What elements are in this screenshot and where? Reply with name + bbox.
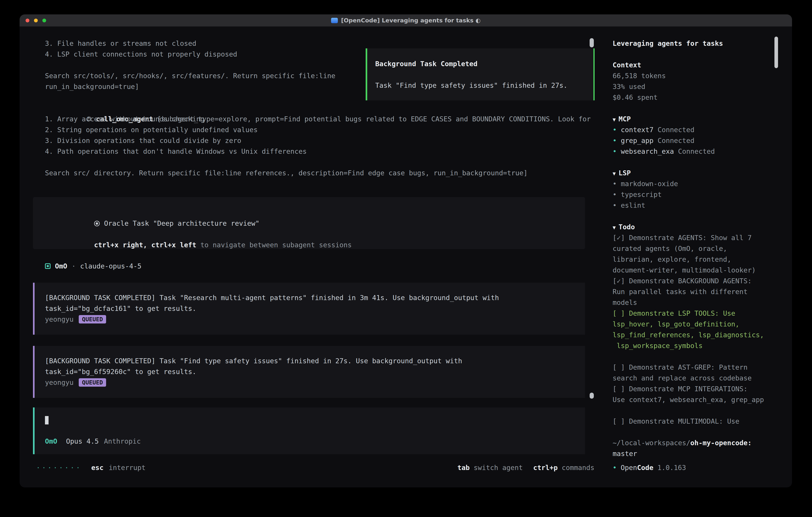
app-name: OpenCode: [620, 464, 654, 472]
output-line: 3. File handles or streams not closed: [45, 38, 605, 49]
bullet-icon: •: [613, 464, 617, 472]
sidebar-scrollbar-thumb[interactable]: [775, 36, 778, 68]
main-scrollbar-thumb[interactable]: [590, 38, 594, 47]
bullet-icon: •: [613, 201, 617, 209]
active-model: Opus 4.5: [66, 437, 99, 445]
traffic-lights: [26, 19, 46, 22]
tab-key: tab: [457, 464, 469, 472]
todo-item-pending: [ ] Demonstrate MULTIMODAL: Use: [613, 416, 768, 427]
input-line[interactable]: [45, 414, 577, 425]
mcp-item: • websearch_exa Connected: [613, 146, 768, 157]
bullet-icon: •: [613, 147, 617, 155]
oracle-shortcut-hint: ctrl+x right, ctrl+x left to navigate be…: [45, 229, 577, 240]
collapse-triangle-icon: ▼: [613, 224, 616, 230]
model-selector-line[interactable]: OmO Opus 4.5 Anthropic: [45, 436, 577, 446]
todo-item-pending: [ ] Demonstrate AST-GREP: Pattern search…: [613, 362, 768, 383]
app-version: 1.0.163: [657, 464, 686, 472]
tab-label: switch agent: [474, 464, 523, 472]
bullet-icon: •: [613, 126, 617, 134]
active-agent: OmO: [45, 437, 57, 445]
lsp-item: • typescript: [613, 189, 768, 200]
main-scrollbar-thumb-lower[interactable]: [590, 393, 594, 399]
workspace-path: ~/local-workspaces/oh-my-opencode:: [613, 437, 768, 448]
window-title: [OpenCode] Leveraging agents for tasks ◐: [331, 17, 481, 24]
opencode-version: • OpenCode 1.0.163: [613, 462, 686, 473]
ctrl-p-key: ctrl+p: [533, 464, 558, 472]
close-button[interactable]: [26, 19, 29, 22]
context-heading: Context: [613, 60, 768, 71]
context-used: 33% used: [613, 81, 768, 92]
oracle-icon: [94, 221, 100, 226]
terminal-app-icon: [331, 18, 338, 23]
oracle-task-title-line: Oracle Task "Deep architecture review": [45, 207, 577, 218]
tool-args: [subagent_type=explore, prompt=Find pote…: [157, 115, 591, 123]
tool-prompt-footer: Search src/ directory. Return specific f…: [45, 167, 605, 178]
status-bar: ········ esc interrupt tab switch agent …: [36, 462, 594, 473]
esc-key-hint: esc: [91, 464, 104, 472]
bullet-icon: •: [613, 180, 617, 188]
commands-label: commands: [562, 464, 594, 472]
shortcut-keys: ctrl+x right, ctrl+x left: [94, 241, 196, 249]
background-task-message-1: [BACKGROUND TASK COMPLETED] Task "Resear…: [33, 283, 585, 335]
message-text: [BACKGROUND TASK COMPLETED] Task "Find t…: [45, 355, 577, 377]
separator-dot: ·: [71, 262, 76, 270]
shortcut-description: to navigate between subagent sessions: [200, 241, 352, 249]
message-meta: yeongyu QUEUED: [45, 377, 577, 388]
background-task-message-2: [BACKGROUND TASK COMPLETED] Task "Find t…: [33, 346, 585, 398]
window-titlebar[interactable]: [OpenCode] Leveraging agents for tasks ◐: [20, 15, 792, 27]
message-author: yeongyu: [45, 378, 74, 386]
mcp-item: • grep_app Connected: [613, 135, 768, 146]
toast-body: Task "Find type safety issues" finished …: [375, 80, 586, 91]
todo-section-heading[interactable]: ▼Todo: [613, 221, 768, 232]
zoom-button[interactable]: [42, 19, 46, 22]
esc-key-label: interrupt: [109, 464, 145, 472]
tab-hint: tab switch agent: [457, 464, 523, 472]
text-cursor: [45, 416, 49, 425]
todo-item-done: [✓] Demonstrate AGENTS: Show all 7 curat…: [613, 232, 768, 275]
agent-checkbox-icon: [45, 263, 51, 269]
message-text: [BACKGROUND TASK COMPLETED] Task "Resear…: [45, 292, 577, 314]
spinner: ········: [36, 464, 82, 472]
mcp-section-heading[interactable]: ▼MCP: [613, 113, 768, 124]
oracle-task-panel[interactable]: Oracle Task "Deep architecture review" c…: [33, 197, 585, 249]
toast-title: Background Task Completed: [375, 58, 586, 69]
oracle-task-title: Oracle Task "Deep architecture review": [104, 219, 260, 227]
queued-badge: QUEUED: [79, 378, 106, 387]
agent-header: OmO · claude-opus-4-5: [45, 261, 605, 272]
collapse-triangle-icon: ▼: [613, 116, 616, 123]
collapse-triangle-icon: ▼: [613, 170, 616, 176]
lsp-item: • markdown-oxide: [613, 178, 768, 189]
lsp-section-heading[interactable]: ▼LSP: [613, 167, 768, 178]
prompt-input[interactable]: OmO Opus 4.5 Anthropic: [33, 407, 585, 454]
todo-item-pending: [ ] Demonstrate MCP INTEGRATIONS: Use co…: [613, 383, 768, 405]
commands-hint: ctrl+p commands: [533, 464, 594, 472]
terminal-content: 3. File handles or streams not closed 4.…: [20, 27, 792, 487]
todo-item-active: [ ] Demonstrate LSP TOOLS: Use lsp_hover…: [613, 308, 768, 351]
mcp-item: • context7 Connected: [613, 124, 768, 135]
context-spent: $0.46 spent: [613, 92, 768, 103]
background-task-toast[interactable]: Background Task Completed Task "Find typ…: [366, 48, 594, 100]
session-panel: 3. File handles or streams not closed 4.…: [20, 27, 605, 487]
context-tokens: 66,518 tokens: [613, 71, 768, 81]
agent-model: claude-opus-4-5: [80, 262, 142, 270]
window-title-text: [OpenCode] Leveraging agents for tasks ◐: [341, 17, 481, 24]
message-meta: yeongyu QUEUED: [45, 314, 577, 325]
status-left: ········ esc interrupt: [36, 464, 145, 472]
lsp-item: • eslint: [613, 200, 768, 211]
model-provider: Anthropic: [104, 437, 141, 445]
agent-name: OmO: [55, 262, 67, 270]
terminal-window: [OpenCode] Leveraging agents for tasks ◐…: [20, 15, 792, 487]
sidebar: Leveraging agents for tasks Context 66,5…: [605, 27, 792, 487]
message-author: yeongyu: [45, 315, 74, 323]
status-right: tab switch agent ctrl+p commands: [457, 464, 594, 472]
minimize-button[interactable]: [34, 19, 38, 22]
queued-badge: QUEUED: [79, 315, 106, 324]
workspace-branch: master: [613, 448, 768, 459]
todo-item-done: [✓] Demonstrate BACKGROUND AGENTS: Run p…: [613, 275, 768, 308]
bullet-icon: •: [613, 191, 617, 198]
tool-call-line: ⚙call_omo_agent[subagent_type=explore, p…: [45, 103, 605, 113]
bullet-icon: •: [613, 137, 617, 144]
session-title: Leveraging agents for tasks: [613, 38, 768, 49]
